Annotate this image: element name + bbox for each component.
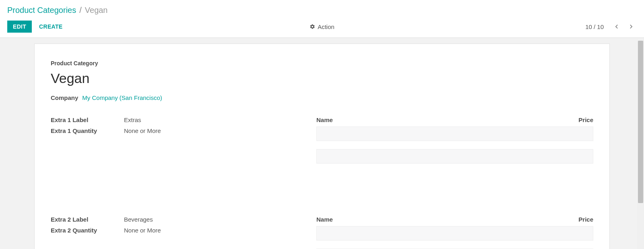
extra1-th-name: Name bbox=[316, 116, 561, 123]
pager-next-button[interactable] bbox=[625, 21, 637, 32]
extra1-quantity-value: None or More bbox=[124, 127, 161, 134]
content-wrapper: Product Category Vegan Company My Compan… bbox=[0, 38, 644, 249]
extra1-th-price: Price bbox=[561, 116, 593, 123]
category-name: Vegan bbox=[51, 71, 593, 86]
extra2-quantity-label: Extra 2 Quantity bbox=[51, 227, 124, 234]
table-row[interactable] bbox=[316, 149, 593, 164]
breadcrumb: Product Categories / Vegan bbox=[0, 0, 644, 18]
extra2-th-name: Name bbox=[316, 216, 561, 223]
edit-button[interactable]: EDIT bbox=[7, 21, 32, 33]
scrollbar-thumb[interactable] bbox=[638, 41, 643, 203]
toolbar: EDIT CREATE Action 10 / 10 bbox=[0, 18, 644, 38]
extra2-quantity-value: None or More bbox=[124, 227, 161, 234]
extra1-label-label: Extra 1 Label bbox=[51, 116, 124, 123]
extra2-label-label: Extra 2 Label bbox=[51, 216, 124, 223]
extra2-th-price: Price bbox=[561, 216, 593, 223]
extra1-label-value: Extras bbox=[124, 116, 141, 123]
breadcrumb-separator: / bbox=[79, 6, 82, 15]
gear-icon bbox=[310, 24, 315, 29]
extra2-label-value: Beverages bbox=[124, 216, 153, 223]
create-button[interactable]: CREATE bbox=[39, 23, 62, 30]
category-section-label: Product Category bbox=[51, 60, 593, 66]
company-link[interactable]: My Company (San Francisco) bbox=[82, 94, 162, 101]
chevron-left-icon bbox=[613, 23, 621, 31]
breadcrumb-current: Vegan bbox=[85, 6, 108, 15]
table-row[interactable] bbox=[316, 127, 593, 141]
company-label: Company bbox=[51, 94, 78, 101]
extra-1-section: Extra 1 Label Extras Extra 1 Quantity No… bbox=[51, 116, 593, 164]
form-card: Product Category Vegan Company My Compan… bbox=[34, 44, 610, 249]
pager-text[interactable]: 10 / 10 bbox=[585, 23, 604, 30]
action-label: Action bbox=[318, 23, 334, 30]
action-dropdown[interactable]: Action bbox=[310, 23, 334, 30]
breadcrumb-parent-link[interactable]: Product Categories bbox=[7, 6, 76, 15]
pager-prev-button[interactable] bbox=[611, 21, 622, 32]
scrollbar[interactable] bbox=[637, 41, 644, 249]
chevron-right-icon bbox=[627, 23, 635, 31]
extra2-table-header: Name Price bbox=[316, 216, 593, 226]
extra1-quantity-label: Extra 1 Quantity bbox=[51, 127, 124, 134]
table-row[interactable] bbox=[316, 226, 593, 241]
extra-2-section: Extra 2 Label Beverages Extra 2 Quantity… bbox=[51, 216, 593, 249]
extra1-table-header: Name Price bbox=[316, 116, 593, 127]
